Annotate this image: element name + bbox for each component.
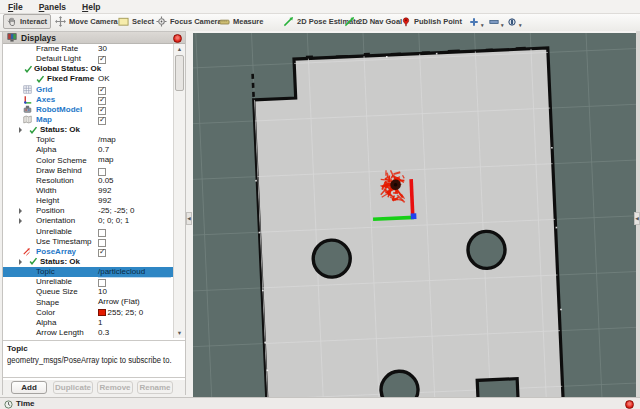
checkbox[interactable] (98, 168, 106, 176)
display-row-frame-rate[interactable]: Frame Rate30 (3, 44, 174, 54)
row-label: Position (36, 206, 64, 216)
row-value[interactable]: map (98, 156, 114, 166)
display-row-position[interactable]: Position-25; -25; 0 (3, 206, 174, 216)
duplicate-button[interactable]: Duplicate (53, 381, 93, 394)
row-value[interactable]: 0.7 (98, 145, 109, 155)
checkbox[interactable]: ✓ (98, 56, 106, 64)
displays-panel-header[interactable]: Displays (3, 32, 185, 44)
displays-panel-title: Displays (21, 33, 56, 43)
display-row-arrow-length[interactable]: Arrow Length0.3 (3, 328, 174, 338)
tool-options-button[interactable]: ▾ (504, 15, 526, 28)
remove-button[interactable]: Remove (97, 381, 133, 394)
checkbox[interactable]: ✓ (98, 249, 106, 257)
display-row-default-light[interactable]: Default Light✓ (3, 54, 174, 64)
splitter-collapse-right[interactable]: ◀ (634, 212, 640, 225)
display-row-robotmodel[interactable]: RobotModel✓ (3, 105, 174, 115)
row-label: RobotModel (36, 105, 82, 115)
checkbox[interactable]: ✓ (98, 117, 106, 125)
tool-publish-point[interactable]: Publish Point (398, 15, 465, 28)
display-row-grid[interactable]: Grid✓ (3, 85, 174, 95)
display-row-topic[interactable]: Topic/map (3, 135, 174, 145)
scrollbar-thumb[interactable] (175, 55, 184, 91)
display-row-alpha[interactable]: Alpha0.7 (3, 145, 174, 155)
row-value[interactable]: 0; 0; 0; 1 (98, 216, 129, 226)
menu-item-help[interactable]: Help (82, 2, 100, 12)
row-label: Topic (36, 135, 55, 145)
splitter-collapse-left[interactable]: ◀ (186, 212, 192, 225)
row-value[interactable]: OK (98, 74, 110, 84)
row-value[interactable]: 992 (98, 196, 111, 206)
row-value[interactable]: -25; -25; 0 (98, 206, 134, 216)
row-value[interactable]: 0.05 (98, 176, 114, 186)
add-tool-button[interactable]: ▾ (466, 15, 488, 28)
menu-item-panels[interactable]: Panels (39, 2, 66, 12)
row-label: Alpha (36, 318, 56, 328)
3d-viewport[interactable] (193, 31, 636, 400)
scroll-down-icon[interactable]: ▼ (174, 330, 185, 336)
tool-select[interactable]: Select (115, 15, 157, 28)
display-row-posearray[interactable]: PoseArray✓ (3, 247, 174, 257)
checkbox[interactable] (98, 279, 106, 287)
expander-icon[interactable] (19, 259, 22, 265)
display-row-status-ok[interactable]: Status: Ok (3, 257, 174, 267)
expander-icon[interactable] (19, 127, 22, 133)
row-value[interactable]: 10 (98, 287, 107, 297)
checkbox[interactable]: ✓ (98, 107, 106, 115)
rename-button[interactable]: Rename (137, 381, 173, 394)
tree-scrollbar[interactable]: ▲ ▼ (173, 44, 185, 338)
display-row-color[interactable]: Color255; 25; 0 (3, 308, 174, 318)
tool-measure[interactable]: Measure (216, 15, 266, 28)
expander-icon[interactable] (19, 208, 22, 214)
checkbox[interactable]: ✓ (98, 87, 106, 95)
display-row-axes[interactable]: Axes✓ (3, 95, 174, 105)
display-row-unreliable[interactable]: Unreliable (3, 277, 174, 287)
row-value[interactable]: 992 (98, 186, 111, 196)
display-row-map[interactable]: Map✓ (3, 115, 174, 125)
time-close-button[interactable] (625, 400, 634, 409)
help-title: Topic (7, 344, 181, 353)
checkbox[interactable]: ✓ (98, 97, 106, 105)
display-row-topic[interactable]: Topic/particlecloud (3, 267, 174, 277)
checkbox[interactable] (98, 239, 106, 247)
display-row-orientation[interactable]: Orientation0; 0; 0; 1 (3, 216, 174, 226)
display-row-status-ok[interactable]: Status: Ok (3, 125, 174, 135)
row-label: Map (36, 115, 52, 125)
expander-icon[interactable] (19, 218, 22, 224)
tool-interact[interactable]: Interact (3, 14, 51, 29)
checkbox[interactable] (98, 229, 106, 237)
map-pillar (380, 371, 419, 400)
row-label: Height (36, 196, 59, 206)
display-row-global-status-ok[interactable]: Global Status: Ok (3, 64, 174, 74)
panel-button-row: AddDuplicateRemoveRename (3, 380, 185, 397)
display-row-height[interactable]: Height992 (3, 196, 174, 206)
add-button[interactable]: Add (11, 381, 47, 394)
display-row-shape[interactable]: ShapeArrow (Flat) (3, 298, 174, 308)
display-row-use-timestamp[interactable]: Use Timestamp (3, 237, 174, 247)
display-row-fixed-frame[interactable]: Fixed FrameOK (3, 74, 174, 84)
row-value[interactable]: 0.3 (98, 328, 109, 338)
display-row-alpha[interactable]: Alpha1 (3, 318, 174, 328)
display-row-resolution[interactable]: Resolution0.05 (3, 176, 174, 186)
display-row-draw-behind[interactable]: Draw Behind (3, 166, 174, 176)
menu-item-file[interactable]: File (8, 2, 23, 12)
row-value[interactable]: 255; 25; 0 (98, 308, 143, 318)
clock-icon (4, 395, 13, 409)
display-row-color-scheme[interactable]: Color Schememap (3, 156, 174, 166)
row-value[interactable]: 30 (98, 44, 107, 54)
tool-focus-camera[interactable]: Focus Camera (153, 15, 225, 28)
row-label: Orientation (36, 216, 75, 226)
scroll-up-icon[interactable]: ▲ (174, 46, 185, 52)
row-value[interactable]: 1 (98, 318, 102, 328)
display-row-width[interactable]: Width992 (3, 186, 174, 196)
tool-move-camera[interactable]: Move Camera (52, 15, 121, 28)
display-row-queue-size[interactable]: Queue Size10 (3, 287, 174, 297)
tool-2d-nav-goal[interactable]: 2D Nav Goal (341, 15, 405, 28)
nav-arrow-icon (344, 16, 355, 27)
displays-close-button[interactable] (173, 34, 182, 43)
time-panel-header[interactable]: Time (0, 397, 640, 409)
row-value[interactable]: Arrow (Flat) (98, 298, 140, 308)
row-label: Use Timestamp (36, 237, 92, 247)
row-label: Topic (36, 267, 55, 277)
display-row-unreliable[interactable]: Unreliable (3, 227, 174, 237)
row-value[interactable]: /map (98, 135, 116, 145)
